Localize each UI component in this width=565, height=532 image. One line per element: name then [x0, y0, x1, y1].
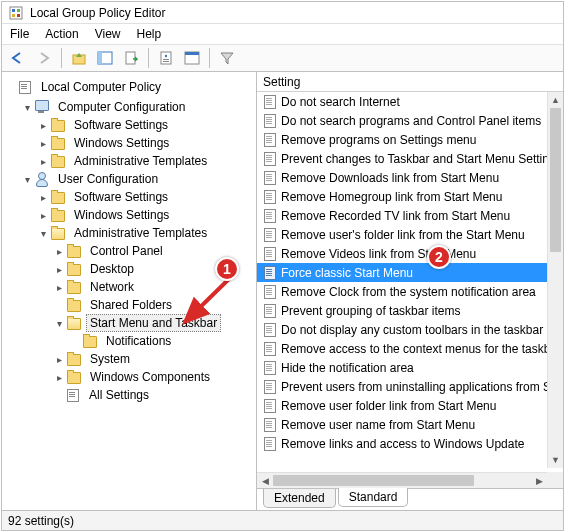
up-button[interactable]	[67, 47, 91, 69]
toolbar-separator	[61, 48, 62, 68]
scrollbar-corner	[547, 472, 563, 488]
tree-label: Administrative Templates	[70, 224, 211, 242]
list-row[interactable]: Remove access to the context menus for t…	[257, 339, 563, 358]
setting-icon	[263, 247, 277, 261]
filter-button[interactable]	[215, 47, 239, 69]
scroll-thumb[interactable]	[273, 475, 474, 486]
list-header-setting: Setting	[263, 75, 300, 89]
svg-rect-0	[10, 7, 22, 19]
expand-icon[interactable]: ▸	[36, 136, 50, 150]
list-row[interactable]: Remove links and access to Windows Updat…	[257, 434, 563, 453]
properties-button[interactable]	[154, 47, 178, 69]
horizontal-scrollbar[interactable]: ◀ ▶	[257, 472, 547, 488]
refresh-button[interactable]	[180, 47, 204, 69]
list-row[interactable]: Remove user folder link from Start Menu	[257, 396, 563, 415]
menu-help[interactable]: Help	[137, 27, 162, 41]
tree-root[interactable]: Local Computer Policy	[4, 76, 256, 98]
scroll-up-icon[interactable]: ▲	[548, 92, 563, 108]
tree-node-notifications[interactable]: ▸ Notifications	[4, 332, 256, 350]
list-row[interactable]: Remove Clock from the system notificatio…	[257, 282, 563, 301]
tree-node-uc-windows-settings[interactable]: ▸ Windows Settings	[4, 206, 256, 224]
tree-node-uc-software-settings[interactable]: ▸ Software Settings	[4, 188, 256, 206]
tree-pane: Local Computer Policy ▾ Computer Configu…	[2, 72, 257, 510]
list-row[interactable]: Prevent users from uninstalling applicat…	[257, 377, 563, 396]
collapse-icon[interactable]: ▾	[20, 172, 34, 186]
expand-icon[interactable]: ▸	[36, 154, 50, 168]
tree-node-cc-software-settings[interactable]: ▸ Software Settings	[4, 116, 256, 134]
tree-node-uc-admin-templates[interactable]: ▾ Administrative Templates	[4, 224, 256, 242]
back-button[interactable]	[6, 47, 30, 69]
folder-icon	[66, 280, 82, 294]
menu-file[interactable]: File	[10, 27, 29, 41]
list-row[interactable]: Do not display any custom toolbars in th…	[257, 320, 563, 339]
export-list-button[interactable]	[119, 47, 143, 69]
list-item-label: Do not display any custom toolbars in th…	[281, 323, 543, 337]
list-row[interactable]: Do not search programs and Control Panel…	[257, 111, 563, 130]
svg-rect-1	[12, 9, 15, 12]
collapse-icon[interactable]: ▾	[52, 316, 66, 330]
expand-icon[interactable]: ▸	[52, 352, 66, 366]
expand-icon[interactable]: ▸	[52, 280, 66, 294]
scroll-thumb[interactable]	[550, 108, 561, 252]
setting-icon	[263, 380, 277, 394]
tree-node-control-panel[interactable]: ▸ Control Panel	[4, 242, 256, 260]
tree-node-computer-configuration[interactable]: ▾ Computer Configuration	[4, 98, 256, 116]
folder-open-icon	[50, 226, 66, 240]
toolbar-separator	[148, 48, 149, 68]
list-row[interactable]: Force classic Start Menu	[257, 263, 563, 282]
expand-icon[interactable]: ▸	[36, 118, 50, 132]
list-row[interactable]: Remove Recorded TV link from Start Menu	[257, 206, 563, 225]
tree-node-all-settings[interactable]: ▸ All Settings	[4, 386, 256, 404]
expand-icon[interactable]: ▸	[36, 190, 50, 204]
svg-rect-3	[12, 14, 15, 17]
scroll-track[interactable]	[273, 473, 531, 488]
title-bar: Local Group Policy Editor	[2, 2, 563, 24]
tree-node-cc-admin-templates[interactable]: ▸ Administrative Templates	[4, 152, 256, 170]
scroll-down-icon[interactable]: ▼	[548, 452, 563, 468]
list-row[interactable]: Remove Homegroup link from Start Menu	[257, 187, 563, 206]
vertical-scrollbar[interactable]: ▲ ▼	[547, 92, 563, 468]
list-row[interactable]: Prevent grouping of taskbar items	[257, 301, 563, 320]
computer-icon	[34, 100, 50, 114]
tree-label: Administrative Templates	[70, 152, 211, 170]
menu-action[interactable]: Action	[45, 27, 78, 41]
setting-icon	[263, 323, 277, 337]
tree-node-cc-windows-settings[interactable]: ▸ Windows Settings	[4, 134, 256, 152]
list-row[interactable]: Remove user's folder link from the Start…	[257, 225, 563, 244]
user-icon	[34, 172, 50, 186]
tree-node-start-menu-and-taskbar[interactable]: ▾ Start Menu and Taskbar	[4, 314, 256, 332]
status-text: 92 setting(s)	[8, 514, 74, 528]
list-row[interactable]: Remove Downloads link from Start Menu	[257, 168, 563, 187]
collapse-icon[interactable]: ▾	[36, 226, 50, 240]
list-column-header[interactable]: Setting	[257, 72, 563, 92]
list-row[interactable]: Remove user name from Start Menu	[257, 415, 563, 434]
list-body: Do not search InternetDo not search prog…	[257, 92, 563, 488]
tree-node-network[interactable]: ▸ Network	[4, 278, 256, 296]
list-row[interactable]: Do not search Internet	[257, 92, 563, 111]
expand-icon[interactable]: ▸	[36, 208, 50, 222]
list-row[interactable]: Remove programs on Settings menu	[257, 130, 563, 149]
scroll-track[interactable]	[548, 108, 563, 452]
tree-node-shared-folders[interactable]: ▸ Shared Folders	[4, 296, 256, 314]
tree-node-user-configuration[interactable]: ▾ User Configuration	[4, 170, 256, 188]
collapse-icon[interactable]: ▾	[20, 100, 34, 114]
svg-rect-7	[98, 52, 102, 64]
scroll-right-icon[interactable]: ▶	[531, 473, 547, 488]
expand-icon[interactable]: ▸	[52, 262, 66, 276]
expand-icon[interactable]: ▸	[52, 370, 66, 384]
list-row[interactable]: Remove Videos link from Start Menu	[257, 244, 563, 263]
scroll-left-icon[interactable]: ◀	[257, 473, 273, 488]
folder-icon	[66, 262, 82, 276]
setting-icon	[263, 304, 277, 318]
tab-extended[interactable]: Extended	[263, 489, 336, 508]
expand-icon[interactable]: ▸	[52, 244, 66, 258]
tree-node-system[interactable]: ▸ System	[4, 350, 256, 368]
tree-node-windows-components[interactable]: ▸ Windows Components	[4, 368, 256, 386]
forward-button[interactable]	[32, 47, 56, 69]
tree-label: Control Panel	[86, 242, 167, 260]
show-hide-tree-button[interactable]	[93, 47, 117, 69]
list-row[interactable]: Prevent changes to Taskbar and Start Men…	[257, 149, 563, 168]
menu-view[interactable]: View	[95, 27, 121, 41]
tab-standard[interactable]: Standard	[338, 488, 409, 507]
list-row[interactable]: Hide the notification area	[257, 358, 563, 377]
